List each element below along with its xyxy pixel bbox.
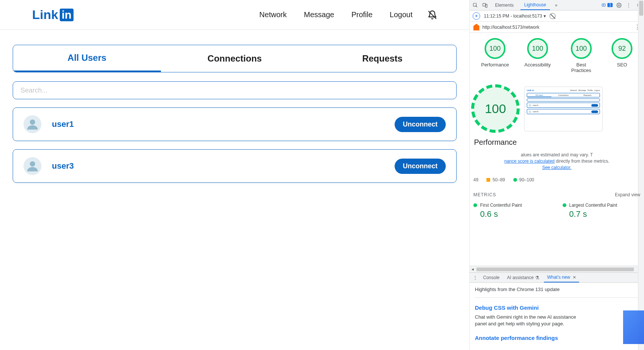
gauge-score: 92 (612, 38, 632, 59)
inspect-icon[interactable] (472, 2, 479, 9)
whatsnew-heading[interactable]: Annotate performance findings (475, 335, 639, 341)
gauge-label: SEO (617, 62, 627, 68)
thumb-row: user3 (527, 109, 600, 114)
big-gauge-label: Performance (474, 138, 517, 147)
drawer-tabs: ⋮ Console AI assistance⚗ What's new✕ ✕ (470, 272, 644, 283)
gauge-label: Best Practices (566, 62, 596, 73)
kebab-icon[interactable]: ⋮ (625, 2, 632, 9)
see-calculator-link[interactable]: See calculator. (542, 165, 572, 170)
metrics-header: METRICS Expand view (473, 192, 640, 197)
thumb-nav-item: Profile (588, 89, 593, 91)
svg-rect-6 (602, 4, 606, 6)
user-card: user3 Unconnect (13, 149, 457, 183)
legend-label: 49 (473, 177, 478, 182)
drawer-tab-label: AI assistance (507, 275, 533, 280)
scroll-left-icon[interactable]: ◄ (470, 267, 476, 271)
estimate-text: alues are estimated and may vary. T nanc… (473, 152, 640, 171)
report-selector[interactable]: 11:12:15 PM - localhost:5173 ▾ (484, 13, 546, 19)
unconnect-button[interactable]: Unconnect (395, 117, 446, 132)
metric-fcp: First Contentful Paint 0.6 s (473, 203, 551, 219)
drawer-tab-label: What's new (547, 275, 570, 280)
gauge-performance[interactable]: 100 Performance (481, 38, 509, 73)
app-pane: Linkin Network Message Profile Logout Al… (0, 0, 470, 350)
thumb-tab: Requests (575, 93, 600, 97)
performance-big-gauge: 100 (473, 87, 517, 131)
user-card: user1 Unconnect (13, 107, 457, 141)
nav-logout[interactable]: Logout (390, 10, 413, 19)
thumb-logo: Link in (527, 89, 534, 91)
metric-name: Largest Contentful Paint (569, 203, 617, 208)
gauge-label: Accessibility (525, 62, 551, 68)
tab-all-users[interactable]: All Users (13, 45, 161, 72)
more-tabs-icon[interactable]: » (553, 2, 560, 9)
drawer-kebab-icon[interactable]: ⋮ (472, 274, 479, 281)
metrics-grid: First Contentful Paint 0.6 s Largest Con… (473, 203, 640, 219)
new-report-button[interactable]: + (473, 12, 480, 20)
status-dot-icon (563, 203, 566, 207)
drawer-tab-ai[interactable]: AI assistance⚗ (504, 273, 542, 282)
nav-profile[interactable]: Profile (351, 10, 373, 19)
content: All Users Connections Requests user1 Unc… (0, 30, 469, 198)
logo-box: in (60, 9, 74, 21)
gauge-label: Performance (481, 62, 509, 68)
nav-message[interactable]: Message (304, 10, 334, 19)
status-dot-icon (473, 203, 477, 207)
gauge-accessibility[interactable]: 100 Accessibility (525, 38, 551, 73)
topbar: Linkin Network Message Profile Logout (0, 0, 469, 30)
expand-view-button[interactable]: Expand view (615, 192, 640, 197)
drawer-tab-whatsnew[interactable]: What's new✕ (544, 273, 579, 282)
main-nav: Network Message Profile Logout (259, 10, 413, 19)
notifications-icon[interactable] (427, 10, 437, 20)
avatar-icon (24, 157, 41, 175)
thumb-row-label: user3 (533, 110, 538, 113)
devtools-tab-lighthouse[interactable]: Lighthouse (520, 0, 550, 10)
report-hscrollbar[interactable]: ◄ ► (470, 266, 644, 272)
whatsnew-text: Chat with Gemini right in the new AI ass… (475, 314, 587, 327)
thumb-row: user1 (527, 103, 600, 108)
drawer-body: Highlights from the Chrome 131 update De… (470, 283, 644, 350)
chevron-down-icon: ▾ (544, 13, 546, 19)
lighthouse-icon (473, 24, 479, 31)
unconnect-button[interactable]: Unconnect (395, 159, 446, 174)
gauge-best-practices[interactable]: 100 Best Practices (566, 38, 596, 73)
search-input[interactable] (13, 81, 457, 99)
legend-square-orange (486, 178, 490, 182)
legend-label: 90–100 (519, 177, 534, 182)
tab-requests[interactable]: Requests (308, 45, 456, 72)
big-gauge-score: 100 (485, 101, 506, 116)
drawer-tab-console[interactable]: Console (480, 273, 503, 282)
report-selector-label: 11:12:15 PM - localhost:5173 (484, 13, 542, 19)
metrics-title: METRICS (473, 192, 496, 197)
nav-network[interactable]: Network (259, 10, 287, 19)
settings-icon[interactable] (616, 2, 622, 9)
user-name[interactable]: user1 (52, 119, 74, 129)
app-logo[interactable]: Linkin (32, 7, 74, 22)
lighthouse-urlbar: http://localhost:5173/network ⋮ (470, 22, 644, 33)
gauge-seo[interactable]: 92 SEO (612, 38, 632, 73)
score-calc-link[interactable]: nance score is calculated (504, 159, 555, 164)
legend-label: 50–89 (492, 177, 505, 182)
gauges-row: 100 Performance 100 Accessibility 100 Be… (473, 38, 640, 73)
tab-connections[interactable]: Connections (161, 45, 309, 72)
avatar-icon (24, 115, 41, 133)
tab-close-icon[interactable]: ✕ (573, 275, 576, 280)
gauge-score: 100 (571, 38, 592, 59)
metric-name: First Contentful Paint (480, 203, 522, 208)
devtools-tab-elements[interactable]: Elements (491, 0, 517, 10)
report-url: http://localhost:5173/network (482, 25, 539, 30)
logo-text: Link (32, 7, 58, 22)
device-toggle-icon[interactable] (482, 2, 488, 9)
page-thumbnail: Link in Network Message Profile Logout A… (524, 87, 603, 131)
clear-icon[interactable] (550, 13, 556, 19)
decorative-graphic (623, 310, 644, 344)
messages-count: 1 (607, 3, 613, 7)
metric-value: 0.7 s (569, 209, 641, 219)
user-name[interactable]: user3 (52, 161, 74, 171)
performance-section: 100 Performance Link in Network Message … (473, 87, 640, 147)
people-tabs: All Users Connections Requests (13, 45, 457, 72)
devtools-messages[interactable]: 1 (601, 3, 613, 7)
whatsnew-heading[interactable]: Debug CSS with Gemini (475, 304, 639, 311)
metric-lcp: Largest Contentful Paint 0.7 s (563, 203, 641, 219)
estimate-fragment: alues are estimated and may vary. T (521, 152, 593, 157)
svg-point-9 (618, 4, 620, 6)
